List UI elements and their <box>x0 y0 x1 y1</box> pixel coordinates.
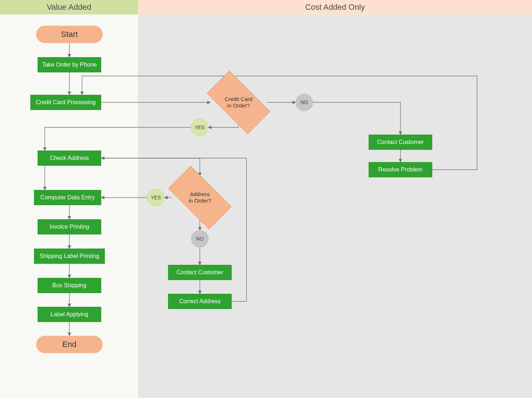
process-box-shipping: Box Shipping <box>38 278 101 293</box>
pill-no-address: NO <box>191 230 209 247</box>
lane-header-cost-added: Cost Added Only <box>138 0 532 14</box>
process-check-address: Check Address <box>38 151 101 166</box>
process-label-applying: Label Applying <box>38 307 101 322</box>
process-correct-address: Correct Address <box>168 294 232 309</box>
process-shipping-label-printing: Shipping Label Printing <box>34 249 105 264</box>
process-contact-customer-cc: Contact Customer <box>369 135 432 150</box>
start-terminator: Start <box>36 26 103 43</box>
decision-address: Addressin Order? <box>171 176 229 219</box>
process-take-order: Take Order by Phone <box>38 57 101 72</box>
process-contact-customer-addr: Contact Customer <box>168 265 232 280</box>
end-terminator: End <box>36 336 103 353</box>
pill-yes-address: YES <box>147 189 164 206</box>
process-computer-data-entry: Computer Data Entry <box>34 190 101 205</box>
decision-credit-card: Credit Cardin Order? <box>210 81 267 124</box>
pill-no-credit: NO <box>296 94 313 111</box>
lane-header-value-added: Value Added <box>0 0 138 14</box>
process-invoice-printing: Invoice Printing <box>38 219 101 234</box>
decision-credit-card-text: Credit Cardin Order? <box>225 96 253 109</box>
decision-address-text: Addressin Order? <box>189 191 211 204</box>
process-credit-card-processing: Credit Card Processing <box>30 95 101 110</box>
flowchart-stage: Value Added Cost Added Only <box>0 0 532 398</box>
process-resolve-problem: Resolve Problem <box>369 162 432 177</box>
pill-yes-credit: YES <box>191 119 208 136</box>
